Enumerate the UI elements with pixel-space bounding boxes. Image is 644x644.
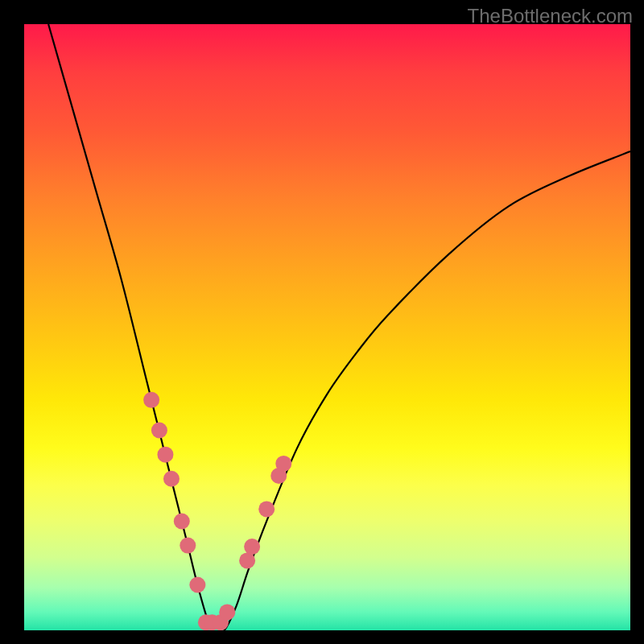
data-marker [275,456,291,472]
data-marker [189,577,205,593]
data-marker [239,552,255,568]
watermark-text: TheBottleneck.com [468,5,633,27]
data-marker [258,501,275,517]
data-marker [163,471,180,487]
chart-plot-area [24,24,630,630]
bottleneck-curve [48,24,630,630]
marker-group [143,392,291,630]
chart-svg [24,24,630,630]
data-marker [180,538,196,554]
data-marker [157,447,173,463]
data-marker [151,423,167,439]
data-marker [143,392,159,408]
data-marker [174,513,190,529]
data-marker [219,604,235,620]
data-marker [244,539,260,555]
